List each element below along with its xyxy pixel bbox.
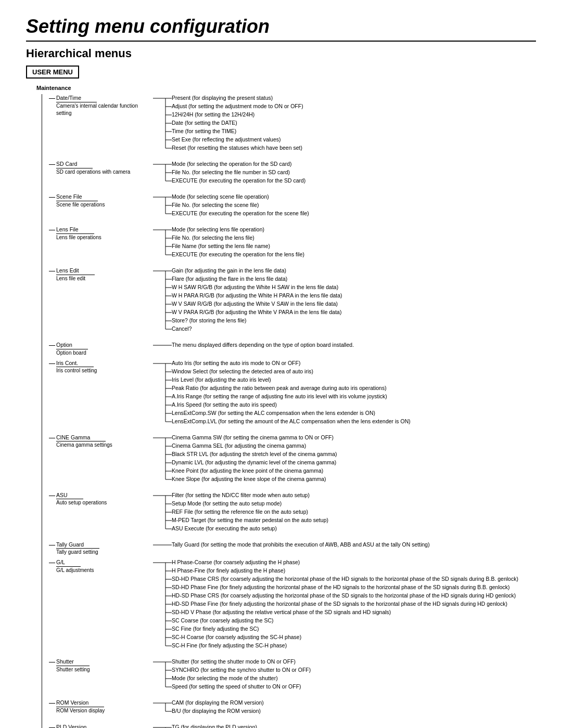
items-lensedit: Gain (for adjusting the gain in the lens… bbox=[172, 267, 536, 333]
list-item: Reset (for resetting the statuses which … bbox=[172, 144, 536, 152]
bracket-cinegamma bbox=[153, 434, 172, 489]
list-item: H Phase-Coarse (for coarsely adjusting t… bbox=[172, 558, 536, 567]
items-romversion: CAM (for displaying the ROM version)B/U … bbox=[172, 699, 536, 716]
list-item: W V PARA R/G/B (for adjusting the White … bbox=[172, 308, 536, 317]
items-iriscont: Auto Iris (for setting the auto iris mod… bbox=[172, 359, 536, 426]
bracket-scenefile bbox=[153, 193, 172, 223]
bracket-lensedit bbox=[153, 267, 172, 339]
list-item: File No. (for selecting the file number … bbox=[172, 168, 536, 177]
list-item: ASU Execute (for executing the auto setu… bbox=[172, 525, 536, 533]
section-sdcard: SD CardSD card operations with cameraMod… bbox=[49, 160, 536, 190]
list-item: HD-SD Phase CRS (for coarsely adjusting … bbox=[172, 592, 536, 600]
list-item: File Name (for setting the lens file nam… bbox=[172, 242, 536, 251]
list-item: Adjust (for setting the adjustment mode … bbox=[172, 102, 536, 111]
list-item: Shutter (for setting the shutter mode to… bbox=[172, 658, 536, 666]
list-item: Cinema Gamma SW (for setting the cinema … bbox=[172, 434, 536, 442]
list-item: 12H/24H (for setting the 12H/24H) bbox=[172, 111, 536, 119]
section-asu: ASUAuto setup operationsFilter (for sett… bbox=[49, 491, 536, 538]
list-item: Window Select (for selecting the detecte… bbox=[172, 368, 536, 376]
items-scenefile: Mode (for selecting scene file operation… bbox=[172, 193, 536, 218]
bracket-tallyguard bbox=[153, 541, 172, 554]
list-item: Date (for setting the DATE) bbox=[172, 119, 536, 127]
section-option: OptionOption boardThe menu displayed dif… bbox=[49, 341, 536, 357]
section-cinegamma: CINE GammaCinema gamma settingsCinema Ga… bbox=[49, 434, 536, 489]
list-item: Tally Guard (for setting the mode that p… bbox=[172, 541, 536, 549]
bracket-lensfile bbox=[153, 226, 172, 264]
list-item: Flare (for adjusting the flare in the le… bbox=[172, 275, 536, 283]
list-item: Knee Slope (for adjusting the knee slope… bbox=[172, 475, 536, 484]
items-lensfile: Mode (for selecting lens file operation)… bbox=[172, 226, 536, 259]
list-item: A.Iris Range (for setting the range of a… bbox=[172, 393, 536, 401]
list-item: Knee Point (for adjusting the knee point… bbox=[172, 467, 536, 475]
list-item: EXECUTE (for executing the operation for… bbox=[172, 210, 536, 218]
list-item: The menu displayed differs depending on … bbox=[172, 341, 536, 349]
items-datetime: Present (for displaying the present stat… bbox=[172, 94, 536, 152]
list-item: CAM (for displaying the ROM version) bbox=[172, 699, 536, 707]
list-item: Mode (for selecting the operation for th… bbox=[172, 160, 536, 168]
bracket-option bbox=[153, 341, 172, 355]
list-item: Gain (for adjusting the gain in the lens… bbox=[172, 267, 536, 275]
list-item: LensExtComp.SW (for setting the ALC comp… bbox=[172, 409, 536, 418]
list-item: Set Exe (for reflecting the adjustment v… bbox=[172, 136, 536, 144]
bracket-pldversion bbox=[153, 723, 172, 728]
list-item: File No. (for selecting the lens file) bbox=[172, 234, 536, 242]
user-menu-label: USER MENU bbox=[26, 66, 79, 79]
list-item: SC Fine (for finely adjusting the SC) bbox=[172, 625, 536, 633]
items-tallyguard: Tally Guard (for setting the mode that p… bbox=[172, 541, 536, 549]
items-gl: H Phase-Coarse (for coarsely adjusting t… bbox=[172, 558, 536, 650]
list-item: Speed (for setting the speed of shutter … bbox=[172, 683, 536, 691]
list-item: SYNCHRO (for setting the synchro shutter… bbox=[172, 666, 536, 674]
section-pldversion: PLD VersionPLD Version displayTG (for di… bbox=[49, 723, 536, 728]
list-item: Time (for setting the TIME) bbox=[172, 127, 536, 136]
list-item: SC Coarse (for coarsely adjusting the SC… bbox=[172, 617, 536, 625]
items-cinegamma: Cinema Gamma SW (for setting the cinema … bbox=[172, 434, 536, 484]
list-item: SD-HD V Phase (for adjusting the relativ… bbox=[172, 608, 536, 617]
bracket-iriscont bbox=[153, 359, 172, 431]
section-scenefile: Scene FileScene file operationsMode (for… bbox=[49, 193, 536, 223]
bracket-romversion bbox=[153, 699, 172, 721]
bracket-gl bbox=[153, 558, 172, 655]
section-iriscont: Iris Cont.Iris control settingAuto Iris … bbox=[49, 359, 536, 431]
list-item: W H PARA R/G/B (for adjusting the White … bbox=[172, 292, 536, 300]
list-item: LensExtComp.LVL (for setting the amount … bbox=[172, 418, 536, 426]
section-shutter: ShutterShutter settingShutter (for setti… bbox=[49, 658, 536, 696]
list-item: Filter (for setting the ND/CC filter mod… bbox=[172, 491, 536, 500]
list-item: Store? (for storing the lens file) bbox=[172, 317, 536, 325]
list-item: SC-H Coarse (for coarsely adjusting the … bbox=[172, 633, 536, 642]
list-item: Mode (for selecting scene file operation… bbox=[172, 193, 536, 201]
list-item: SC-H Fine (for finely adjusting the SC-H… bbox=[172, 642, 536, 650]
list-item: Dynamic LVL (for adjusting the dynamic l… bbox=[172, 459, 536, 467]
section-datetime: Date/TimeCamera's internal calendar func… bbox=[49, 94, 536, 158]
list-item: Peak Ratio (for adjusting the ratio betw… bbox=[172, 384, 536, 393]
list-item: Cancel? bbox=[172, 325, 536, 333]
page-subtitle: Hierarchical menus bbox=[26, 47, 536, 60]
list-item: W V SAW R/G/B (for adjusting the White V… bbox=[172, 300, 536, 308]
list-item: HD-SD Phase Fine (for finely adjusting t… bbox=[172, 600, 536, 608]
list-item: TG (for displaying the PLD version) bbox=[172, 723, 536, 728]
bracket-sdcard bbox=[153, 160, 172, 190]
items-pldversion: TG (for displaying the PLD version)SHD (… bbox=[172, 723, 536, 728]
maintenance-label: Maintenance bbox=[36, 85, 536, 91]
list-item: Mode (for selecting lens file operation) bbox=[172, 226, 536, 234]
section-lensfile: Lens FileLens file operationsMode (for s… bbox=[49, 226, 536, 264]
list-item: File No. (for selecting the scene file) bbox=[172, 201, 536, 210]
items-option: The menu displayed differs depending on … bbox=[172, 341, 536, 349]
section-tallyguard: Tally GuardTally guard settingTally Guar… bbox=[49, 541, 536, 556]
section-lensedit: Lens EditLens file editGain (for adjusti… bbox=[49, 267, 536, 339]
list-item: Iris Level (for adjusting the auto iris … bbox=[172, 376, 536, 384]
list-item: A.Iris Speed (for setting the auto iris … bbox=[172, 401, 536, 409]
items-asu: Filter (for setting the ND/CC filter mod… bbox=[172, 491, 536, 533]
bracket-shutter bbox=[153, 658, 172, 696]
items-shutter: Shutter (for setting the shutter mode to… bbox=[172, 658, 536, 691]
list-item: M-PED Target (for setting the master ped… bbox=[172, 516, 536, 525]
list-item: Mode (for selecting the mode of the shut… bbox=[172, 674, 536, 683]
list-item: Cinema Gamma SEL (for adjusting the cine… bbox=[172, 442, 536, 450]
list-item: EXECUTE (for executing the operation for… bbox=[172, 251, 536, 259]
list-item: H Phase-Fine (for finely adjusting the H… bbox=[172, 567, 536, 575]
page-title: Setting menu configuration bbox=[26, 16, 536, 42]
list-item: SD-HD Phase CRS (for coarsely adjusting … bbox=[172, 575, 536, 583]
list-item: B/U (for displaying the ROM version) bbox=[172, 707, 536, 716]
list-item: Black STR LVL (for adjusting the stretch… bbox=[172, 450, 536, 459]
list-item: Setup Mode (for setting the auto setup m… bbox=[172, 500, 536, 508]
list-item: REF File (for setting the reference file… bbox=[172, 508, 536, 516]
